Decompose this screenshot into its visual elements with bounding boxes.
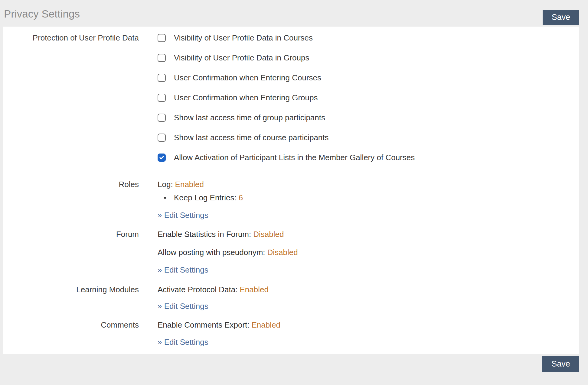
page-title: Privacy Settings [4, 8, 80, 20]
edit-settings-link-roles[interactable]: » Edit Settings [158, 209, 243, 222]
status-prefix: Enable Comments Export: [158, 320, 249, 329]
settings-panel: Protection of User Profile Data Visibili… [3, 27, 579, 354]
status-value: Disabled [253, 230, 284, 239]
status-prefix: Activate Protocol Data: [158, 285, 237, 294]
form-row-forum: Forum Enable Statistics in Forum:Disable… [3, 228, 579, 277]
checkbox-participant-lists[interactable] [158, 154, 166, 162]
row-label-learning-modules: Learning Modules [3, 283, 139, 296]
save-button-top[interactable]: Save [543, 10, 579, 25]
check-icon [159, 155, 165, 160]
row-label-protection: Protection of User Profile Data [3, 28, 139, 48]
checkbox-last-access-course[interactable] [158, 134, 166, 142]
checkbox-label[interactable]: Show last access time of group participa… [174, 111, 325, 124]
status-value: 6 [239, 193, 243, 202]
checkbox-confirmation-groups[interactable] [158, 94, 166, 102]
checkbox-label[interactable]: User Confirmation when Entering Groups [174, 91, 318, 104]
checkbox-visibility-groups[interactable] [158, 54, 166, 62]
status-value: Enabled [240, 285, 268, 294]
checkbox-row: Visibility of User Profile Data in Cours… [158, 28, 415, 48]
row-label-roles: Roles [3, 178, 139, 191]
checkbox-row: Show last access time of group participa… [158, 108, 415, 128]
status-value: Enabled [251, 320, 280, 329]
checkbox-label[interactable]: User Confirmation when Entering Courses [174, 71, 321, 84]
form-row-comments: Comments Enable Comments Export:Enabled … [3, 318, 579, 349]
status-line: Enable Statistics in Forum:Disabled [158, 228, 298, 241]
checkbox-label[interactable]: Visibility of User Profile Data in Cours… [174, 31, 313, 44]
edit-settings-link-learning-modules[interactable]: » Edit Settings [158, 299, 269, 313]
edit-settings-link-comments[interactable]: » Edit Settings [158, 335, 280, 349]
status-line: Allow posting with pseudonym:Disabled [158, 246, 298, 259]
checkbox-label[interactable]: Show last access time of course particip… [174, 131, 329, 144]
checkbox-confirmation-courses[interactable] [158, 74, 166, 82]
status-line: Log:Enabled [158, 178, 243, 191]
status-value: Enabled [175, 180, 204, 189]
form-row-protection: Protection of User Profile Data Visibili… [3, 28, 579, 167]
checkbox-group: Visibility of User Profile Data in Cours… [158, 28, 415, 167]
save-button-bottom[interactable]: Save [542, 356, 579, 372]
status-line: Activate Protocol Data:Enabled [158, 283, 269, 296]
checkbox-visibility-courses[interactable] [158, 34, 166, 42]
bullet-icon: • [164, 191, 174, 204]
form-row-roles: Roles Log:Enabled •Keep Log Entries:6 » … [3, 178, 579, 222]
row-label-forum: Forum [3, 228, 139, 241]
row-label-comments: Comments [3, 318, 139, 332]
status-line: Enable Comments Export:Enabled [158, 318, 280, 332]
checkbox-label[interactable]: Allow Activation of Participant Lists in… [174, 151, 415, 164]
status-prefix: Allow posting with pseudonym: [158, 248, 265, 257]
status-prefix: Enable Statistics in Forum: [158, 230, 251, 239]
edit-settings-link-forum[interactable]: » Edit Settings [158, 263, 298, 277]
checkbox-row: Visibility of User Profile Data in Group… [158, 48, 415, 68]
checkbox-last-access-group[interactable] [158, 114, 166, 122]
checkbox-row: User Confirmation when Entering Courses [158, 68, 415, 88]
checkbox-row: Allow Activation of Participant Lists in… [158, 147, 415, 167]
form-row-learning-modules: Learning Modules Activate Protocol Data:… [3, 283, 579, 313]
checkbox-row: Show last access time of course particip… [158, 128, 415, 147]
status-prefix: Keep Log Entries: [174, 193, 237, 202]
checkbox-label[interactable]: Visibility of User Profile Data in Group… [174, 51, 309, 64]
status-value: Disabled [267, 248, 298, 257]
checkbox-row: User Confirmation when Entering Groups [158, 88, 415, 108]
status-line: •Keep Log Entries:6 [158, 191, 243, 204]
status-prefix: Log: [158, 180, 173, 189]
